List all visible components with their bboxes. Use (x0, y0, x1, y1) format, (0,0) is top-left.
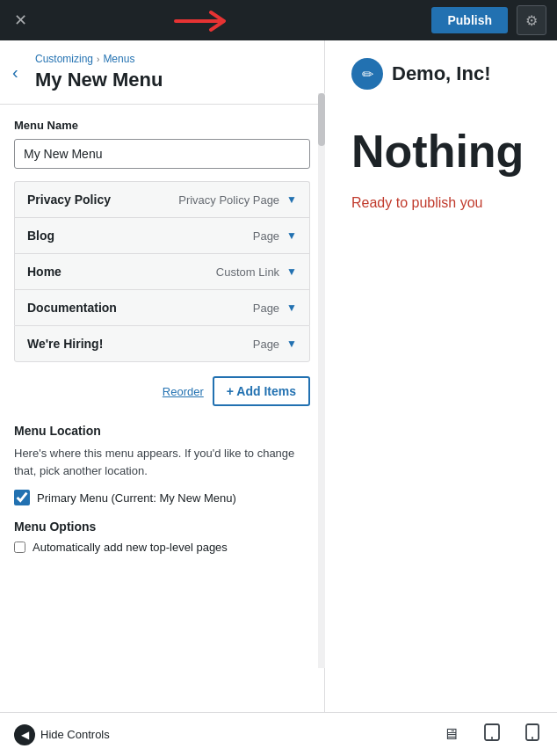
mobile-view-button[interactable] (522, 720, 543, 749)
item-type: Page (253, 229, 279, 243)
menu-options-heading: Menu Options (14, 520, 310, 534)
tablet-view-button[interactable] (480, 720, 504, 749)
preview-heading: Nothing (351, 125, 531, 178)
chevron-down-icon: ▼ (286, 302, 297, 314)
device-icons: 🖥 (439, 720, 543, 749)
logo-text: Demo, Inc! (392, 62, 490, 85)
item-left: Documentation (27, 301, 117, 315)
menu-item-row[interactable]: Documentation Page ▼ (14, 289, 310, 325)
sidebar: ‹ Customizing › Menus My New Menu Menu N… (0, 40, 325, 712)
scrollbar-track (318, 93, 325, 668)
desktop-view-button[interactable]: 🖥 (439, 720, 462, 749)
preview-panel: ✏ Demo, Inc! Nothing Ready to publish yo… (325, 40, 557, 712)
menu-name-label: Menu Name (14, 119, 310, 132)
close-button[interactable]: ✕ (11, 9, 31, 32)
menu-items-list: Privacy Policy Privacy Policy Page ▼ Blo… (14, 181, 310, 362)
menu-name-input[interactable] (14, 139, 310, 169)
chevron-down-icon: ▼ (286, 265, 297, 278)
item-left: We're Hiring! (27, 337, 103, 351)
hide-controls-label: Hide Controls (40, 728, 110, 741)
menu-location-heading: Menu Location (14, 424, 310, 438)
item-name: Blog (27, 229, 54, 243)
preview-logo: ✏ Demo, Inc! (351, 58, 531, 90)
breadcrumb: Customizing › Menus (35, 53, 310, 65)
menu-item-row[interactable]: Home Custom Link ▼ (14, 253, 310, 289)
back-button[interactable]: ‹ (9, 60, 22, 84)
publish-button[interactable]: Publish (431, 7, 508, 33)
top-bar: ✕ Publish ⚙ (0, 0, 557, 40)
item-type: Custom Link (216, 265, 279, 279)
logo-icon: ✏ (351, 58, 383, 90)
chevron-down-icon: ▼ (286, 338, 297, 350)
scrollbar-thumb[interactable] (318, 93, 325, 146)
chevron-down-icon: ▼ (286, 193, 297, 206)
auto-add-row: Automatically add new top-level pages (14, 541, 310, 554)
chevron-down-icon: ▼ (286, 229, 297, 242)
preview-subtext: Ready to publish you (351, 195, 531, 211)
breadcrumb-customizing[interactable]: Customizing (35, 53, 93, 65)
item-name: Home (27, 265, 61, 279)
main-layout: ‹ Customizing › Menus My New Menu Menu N… (0, 40, 557, 712)
hide-controls-button[interactable]: ◀ Hide Controls (14, 724, 110, 745)
breadcrumb-menus[interactable]: Menus (103, 53, 134, 65)
item-left: Home (27, 265, 61, 279)
add-items-button[interactable]: + Add Items (213, 376, 310, 406)
hide-controls-icon: ◀ (14, 724, 35, 745)
menu-item-row[interactable]: We're Hiring! Page ▼ (14, 325, 310, 362)
reorder-button[interactable]: Reorder (163, 385, 204, 398)
sidebar-title: My New Menu (35, 69, 310, 91)
item-left: Blog (27, 229, 54, 243)
menu-location-desc: Here's where this menu appears. If you'd… (14, 445, 310, 479)
primary-menu-checkbox[interactable] (14, 490, 30, 505)
primary-menu-row: Primary Menu (Current: My New Menu) (14, 490, 310, 505)
primary-menu-label[interactable]: Primary Menu (Current: My New Menu) (37, 491, 236, 505)
item-left: Privacy Policy (27, 193, 111, 207)
settings-button[interactable]: ⚙ (517, 5, 546, 35)
arrow-annotation (167, 4, 237, 42)
auto-add-label[interactable]: Automatically add new top-level pages (33, 541, 228, 554)
menu-item-row[interactable]: Blog Page ▼ (14, 217, 310, 253)
item-name: Documentation (27, 301, 117, 315)
auto-add-checkbox[interactable] (14, 542, 25, 553)
menu-item-row[interactable]: Privacy Policy Privacy Policy Page ▼ (14, 181, 310, 217)
item-type: Page (253, 302, 279, 315)
sidebar-header: ‹ Customizing › Menus My New Menu (0, 40, 324, 105)
preview-content: ✏ Demo, Inc! Nothing Ready to publish yo… (325, 40, 557, 712)
sidebar-wrapper: ‹ Customizing › Menus My New Menu Menu N… (0, 40, 325, 712)
item-type: Page (253, 338, 279, 351)
bottom-bar: ◀ Hide Controls 🖥 (0, 712, 557, 756)
actions-row: Reorder + Add Items (14, 369, 310, 406)
breadcrumb-separator: › (97, 55, 99, 64)
item-name: Privacy Policy (27, 193, 111, 207)
item-name: We're Hiring! (27, 337, 103, 351)
item-type: Privacy Policy Page (178, 193, 279, 207)
sidebar-content: Menu Name Privacy Policy Privacy Policy … (0, 105, 324, 712)
